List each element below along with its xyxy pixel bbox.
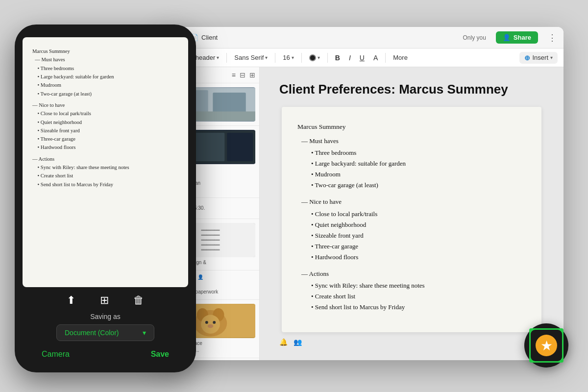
toolbar-divider-4 <box>327 53 328 63</box>
italic-button[interactable]: I <box>345 52 354 63</box>
underline-button[interactable]: U <box>356 52 368 63</box>
panel-5-blue-icon: 👤 <box>197 274 203 280</box>
font-label: Sans Serif <box>234 54 264 61</box>
bold-button[interactable]: B <box>332 52 343 63</box>
capture-corner-br <box>557 356 564 363</box>
insert-plus-icon: ⊕ <box>524 54 530 62</box>
desktop-app: N 📄 Client Only you 👤 Share ⋮ Medium hea… <box>162 27 564 360</box>
phone-screen: Marcus Summney — Must haves • Three bedr… <box>23 37 188 287</box>
doc-item-8: • Three-car garage <box>311 241 526 252</box>
share-footer-icon[interactable]: 👥 <box>294 338 302 346</box>
note-item-3: • Mudroom <box>32 81 178 89</box>
toolbar-divider-2 <box>275 53 275 63</box>
insert-button[interactable]: ⊕ Insert ▾ <box>519 52 558 64</box>
doc-item-3: • Mudroom <box>311 169 526 180</box>
sharing-status: Only you <box>463 34 486 41</box>
share-label: Share <box>514 34 531 41</box>
note-name: Marcus Summney <box>32 47 178 55</box>
doc-item-5: • Close to local park/trails <box>311 209 526 220</box>
more-formatting-button[interactable]: More <box>390 52 411 63</box>
svg-point-13 <box>213 321 216 324</box>
note-item-6: • Quiet neighborhood <box>32 118 178 126</box>
nice-to-have-header: — Nice to have <box>32 101 178 109</box>
toolbar-divider-1 <box>226 53 227 63</box>
list-icon[interactable]: ⊟ <box>240 71 245 79</box>
doc-area: Client Preferences: Marcus Summney Marcu… <box>260 67 564 360</box>
note-item-12: • Send short list to Marcus by Friday <box>32 180 178 189</box>
doc-item-6: • Quiet neighborhood <box>311 220 526 230</box>
insert-label: Insert <box>532 54 548 61</box>
doc-musthaves-header: — Must haves <box>301 136 526 147</box>
capture-corner-tr <box>557 328 564 335</box>
doc-actions-header: — Actions <box>301 269 526 279</box>
color-chevron-icon: ▾ <box>318 55 320 60</box>
capture-star-icon: ★ <box>536 335 557 356</box>
phone-toolbar: ⬆ ⊞ 🗑 <box>67 294 144 307</box>
share-icon[interactable]: ⬆ <box>67 294 75 307</box>
note-item-2: • Large backyard: suitable for garden <box>32 73 178 81</box>
insert-chevron-icon: ▾ <box>550 55 553 60</box>
capture-corner-bl <box>529 356 536 363</box>
save-button[interactable]: Save <box>151 350 169 359</box>
note-item-8: • Three-car garage <box>32 135 178 143</box>
note-item-5: • Close to local park/trails <box>32 109 178 118</box>
note-item-7: • Sizeable front yard <box>32 126 178 135</box>
doc-nicetohave-header: — Nice to have <box>301 196 526 207</box>
toolbar-divider-5 <box>385 53 386 63</box>
doc-item-9: • Hardwood floors <box>311 252 526 263</box>
doc-item-1: • Three bedrooms <box>311 147 526 158</box>
share-button[interactable]: 👤 Share <box>496 31 538 44</box>
doc-item-10: • Sync with Riley: share these meeting n… <box>311 280 526 291</box>
document-type-dropdown[interactable]: Document (Color) ▾ <box>56 324 154 341</box>
grid-icon[interactable]: ⊞ <box>249 71 255 79</box>
svg-rect-6 <box>227 133 253 161</box>
doc-footer: 🔔 👥 <box>279 338 302 346</box>
scene: Marcus Summney — Must haves • Three bedr… <box>0 0 588 392</box>
capture-badge[interactable]: ★ <box>524 323 568 368</box>
filter-icon[interactable]: ≡ <box>232 71 236 79</box>
doc-name[interactable]: Client <box>201 34 218 41</box>
doc-item-4: • Two-car garage (at least) <box>311 180 526 191</box>
doc-title: Client Preferences: Marcus Summney <box>279 82 508 97</box>
size-chevron-icon: ▾ <box>292 55 294 60</box>
bell-icon[interactable]: 🔔 <box>279 338 288 346</box>
color-picker[interactable]: ▾ <box>306 53 323 63</box>
doc-paper[interactable]: Marcus Summney — Must haves • Three bedr… <box>282 107 541 332</box>
chevron-down-icon: ▾ <box>143 329 146 337</box>
crop-icon[interactable]: ⊞ <box>100 294 109 307</box>
svg-point-14 <box>208 324 214 328</box>
note-item-11: • Create short list <box>32 172 178 180</box>
size-dropdown[interactable]: 16 ▾ <box>279 52 297 63</box>
titlebar: N 📄 Client Only you 👤 Share ⋮ <box>162 27 564 49</box>
capture-corner-tl <box>529 328 536 335</box>
trash-icon[interactable]: 🗑 <box>133 294 144 307</box>
doc-item-2: • Large backyard: suitable for garden <box>311 158 526 169</box>
doc-item-7: • Sizeable front yard <box>311 230 526 241</box>
svg-rect-2 <box>213 93 245 114</box>
must-haves-header: — Must haves <box>32 55 178 64</box>
style-chevron-icon: ▾ <box>217 55 219 60</box>
svg-point-11 <box>201 315 220 334</box>
note-item-9: • Hardwood floors <box>32 143 178 151</box>
svg-point-12 <box>205 321 208 324</box>
strikethrough-button[interactable]: A <box>370 52 381 63</box>
size-label: 16 <box>283 54 290 61</box>
note-item-10: • Sync with Riley: share these meeting n… <box>32 163 178 172</box>
capture-frame: ★ <box>529 328 564 363</box>
app-body: ≡ ⊟ ⊞ <box>162 67 564 360</box>
saving-label: Saving as <box>90 313 120 320</box>
dropdown-label: Document (Color) <box>65 329 119 337</box>
note-item-4: • Two-car garage (at least) <box>32 90 178 98</box>
more-options-icon[interactable]: ⋮ <box>548 32 557 43</box>
camera-button[interactable]: Camera <box>42 350 70 359</box>
font-dropdown[interactable]: Sans Serif ▾ <box>231 52 271 63</box>
color-dot-icon <box>309 54 316 61</box>
doc-name-line: Marcus Summney <box>297 122 526 133</box>
handwritten-notes: Marcus Summney — Must haves • Three bedr… <box>32 47 178 189</box>
phone-actions: Camera Save <box>42 350 169 359</box>
share-icon: 👤 <box>503 34 511 41</box>
doc-item-11: • Create short list <box>311 291 526 302</box>
toolbar-divider-3 <box>301 53 302 63</box>
note-item-1: • Three bedrooms <box>32 64 178 73</box>
phone: Marcus Summney — Must haves • Three bedr… <box>15 24 196 372</box>
